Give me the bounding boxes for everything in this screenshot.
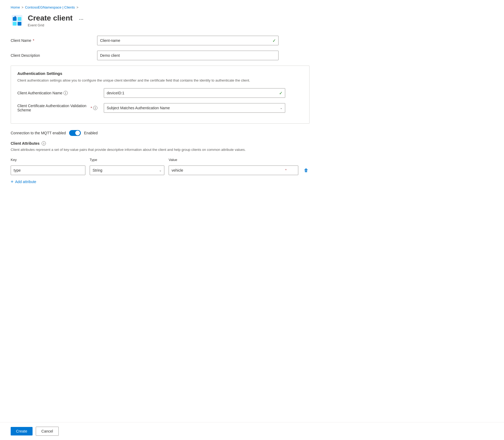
client-description-field-wrapper — [97, 51, 279, 60]
client-attrs-desc: Client attributes represent a set of key… — [11, 147, 309, 152]
client-name-required: * — [33, 38, 34, 43]
cert-scheme-info-icon[interactable]: i — [93, 106, 97, 110]
attr-column-headers: Key Type Value — [11, 158, 309, 163]
svg-rect-1 — [13, 17, 17, 21]
auth-name-field-wrapper: ✓ — [104, 88, 285, 98]
breadcrumb: Home > ContosoEGNamespace | Clients > — [11, 5, 309, 9]
attr-delete-button[interactable] — [303, 167, 309, 174]
client-description-label: Client Description — [11, 53, 91, 58]
breadcrumb-sep2: > — [77, 6, 78, 9]
client-description-input[interactable] — [97, 51, 279, 60]
svg-rect-4 — [18, 22, 21, 26]
client-name-label: Client Name* — [11, 38, 91, 43]
cert-scheme-select-wrapper: Subject Matches Authentication Name Thum… — [104, 103, 285, 113]
auth-settings-box: Authentication Settings Client authentic… — [11, 66, 309, 124]
cert-scheme-required: * — [91, 106, 92, 110]
footer-bar: Create Cancel — [0, 422, 504, 440]
breadcrumb-namespace[interactable]: ContosoEGNamespace | Clients — [25, 5, 75, 9]
client-name-field-wrapper: ✓ — [97, 36, 279, 45]
svg-rect-2 — [18, 17, 21, 21]
ellipsis-button[interactable]: ... — [77, 14, 86, 22]
add-attribute-label: Add attribute — [15, 180, 36, 184]
auth-name-info-icon[interactable]: i — [64, 91, 68, 95]
auth-name-input[interactable] — [104, 88, 285, 98]
auth-name-check-icon: ✓ — [279, 91, 283, 96]
attr-value-wrapper: * — [169, 165, 298, 175]
attr-value-required: * — [285, 168, 287, 172]
attr-type-select[interactable]: String Integer Boolean — [90, 165, 164, 175]
client-attrs-info-icon[interactable]: i — [42, 141, 46, 146]
attr-key-input[interactable] — [11, 165, 85, 175]
cert-scheme-select[interactable]: Subject Matches Authentication Name Thum… — [104, 103, 285, 113]
client-attrs-title: Client Attributes — [11, 141, 39, 146]
attr-type-wrapper: String Integer Boolean ⌄ — [90, 165, 164, 175]
auth-name-row: Client Authentication Name i ✓ — [17, 88, 303, 98]
attr-row: String Integer Boolean ⌄ * — [11, 165, 309, 175]
event-grid-icon — [11, 14, 23, 27]
trash-icon — [304, 168, 308, 173]
client-attributes-section: Client Attributes i Client attributes re… — [11, 141, 309, 185]
auth-settings-desc: Client authentication settings allow you… — [17, 78, 303, 83]
svg-rect-5 — [14, 16, 16, 18]
attr-value-input[interactable] — [169, 165, 298, 175]
mqtt-row: Connection to the MQTT enabled Enabled — [11, 130, 309, 136]
attr-col-value-header: Value — [169, 158, 309, 162]
client-name-input[interactable] — [97, 36, 279, 45]
auth-settings-title: Authentication Settings — [17, 71, 303, 76]
add-icon: + — [11, 179, 14, 184]
client-name-row: Client Name* ✓ — [11, 36, 309, 45]
cancel-button[interactable]: Cancel — [36, 427, 59, 436]
attr-col-key-header: Key — [11, 158, 85, 162]
client-name-check-icon: ✓ — [272, 38, 276, 43]
page-header: Create client ... Event Grid — [11, 14, 309, 27]
cert-scheme-row: Client Certificate Authentication Valida… — [17, 103, 303, 113]
attr-col-type-header: Type — [90, 158, 164, 162]
breadcrumb-home[interactable]: Home — [11, 5, 20, 9]
mqtt-toggle[interactable] — [69, 130, 81, 136]
breadcrumb-sep1: > — [22, 6, 23, 9]
svg-rect-3 — [13, 22, 17, 26]
mqtt-label: Connection to the MQTT enabled — [11, 131, 66, 135]
cert-scheme-label: Client Certificate Authentication Valida… — [17, 104, 97, 112]
attr-key-wrapper — [11, 165, 85, 175]
client-attrs-header: Client Attributes i — [11, 141, 309, 146]
client-description-row: Client Description — [11, 51, 309, 60]
auth-name-label: Client Authentication Name i — [17, 91, 97, 95]
mqtt-status-label: Enabled — [84, 131, 98, 135]
add-attribute-button[interactable]: + Add attribute — [11, 178, 36, 185]
page-title: Create client — [28, 14, 73, 23]
page-subtitle: Event Grid — [28, 23, 86, 27]
create-button[interactable]: Create — [11, 427, 33, 435]
